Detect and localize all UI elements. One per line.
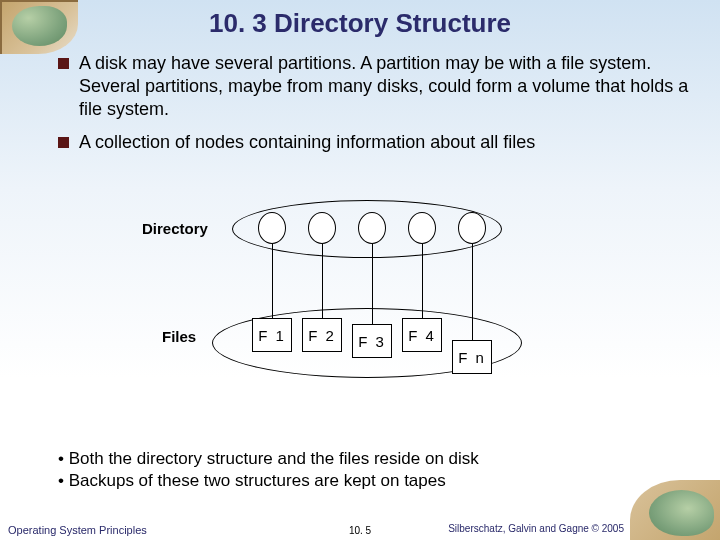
slide-title: 10. 3 Directory Structure <box>0 8 720 39</box>
bullet-text: A disk may have several partitions. A pa… <box>79 52 690 121</box>
bullet-item: A collection of nodes containing informa… <box>58 131 690 154</box>
bullet-item: A disk may have several partitions. A pa… <box>58 52 690 121</box>
connector-line <box>422 244 423 318</box>
directory-node <box>308 212 336 244</box>
bullet-text: A collection of nodes containing informa… <box>79 131 535 154</box>
sub-bullet-item: • Backups of these two structures are ke… <box>58 470 479 492</box>
footer-page-number: 10. 5 <box>349 525 371 536</box>
file-box: F 3 <box>352 324 392 358</box>
connector-line <box>272 244 273 318</box>
square-bullet-icon <box>58 58 69 69</box>
sub-bullet-text: Both the directory structure and the fil… <box>69 449 479 468</box>
file-box: F 4 <box>402 318 442 352</box>
sub-bullet-text: Backups of these two structures are kept… <box>69 471 446 490</box>
footer-copyright: Silberschatz, Galvin and Gagne © 2005 <box>448 523 624 534</box>
directory-node <box>258 212 286 244</box>
file-box: F 2 <box>302 318 342 352</box>
connector-line <box>322 244 323 318</box>
body-content: A disk may have several partitions. A pa… <box>58 52 690 164</box>
files-label: Files <box>162 328 196 345</box>
directory-node <box>358 212 386 244</box>
directory-node <box>408 212 436 244</box>
square-bullet-icon <box>58 137 69 148</box>
sub-bullet-list: • Both the directory structure and the f… <box>58 448 479 492</box>
directory-label: Directory <box>142 220 208 237</box>
footer-left-text: Operating System Principles <box>8 524 147 536</box>
directory-diagram: Directory Files F 1 F 2 F 3 F 4 F n <box>0 200 720 420</box>
file-box: F n <box>452 340 492 374</box>
sub-bullet-item: • Both the directory structure and the f… <box>58 448 479 470</box>
directory-node <box>458 212 486 244</box>
file-box: F 1 <box>252 318 292 352</box>
